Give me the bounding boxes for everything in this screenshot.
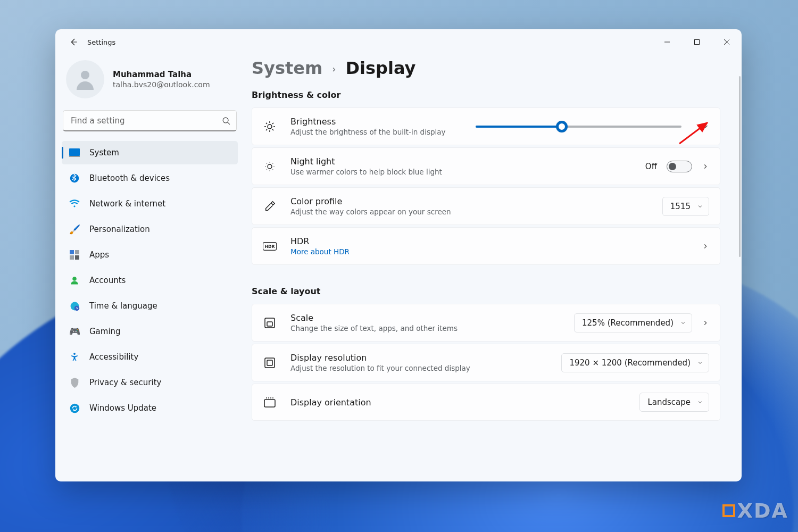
chevron-down-icon: [680, 320, 686, 326]
sidebar-item-label: Apps: [89, 250, 109, 260]
accessibility-icon: [69, 352, 80, 362]
sidebar-item-label: System: [89, 148, 119, 157]
sidebar-item-network[interactable]: Network & internet: [62, 192, 238, 215]
hdr-icon: HDR: [263, 239, 277, 253]
resolution-dropdown[interactable]: 1920 × 1200 (Recommended): [561, 353, 709, 372]
color-profile-card[interactable]: Color profile Adjust the way colors appe…: [252, 187, 720, 225]
close-button[interactable]: [712, 29, 742, 55]
brightness-icon: [263, 120, 277, 134]
hdr-more-link[interactable]: More about HDR: [290, 247, 350, 256]
section-heading-scale: Scale & layout: [252, 286, 720, 296]
maximize-button[interactable]: [682, 29, 712, 55]
back-button[interactable]: [63, 31, 84, 53]
hdr-card[interactable]: HDR HDR More about HDR: [252, 227, 720, 265]
sidebar-item-bluetooth[interactable]: Bluetooth & devices: [62, 167, 238, 190]
sidebar-item-gaming[interactable]: 🎮 Gaming: [62, 320, 238, 343]
svg-rect-4: [69, 156, 80, 157]
paintbrush-icon: 🖌️: [69, 224, 80, 235]
scale-dropdown[interactable]: 125% (Recommended): [574, 313, 692, 332]
watermark: XDA: [722, 499, 788, 522]
chline-right-icon: ›: [332, 63, 336, 74]
user-name: Muhammad Talha: [113, 70, 210, 79]
sidebar-item-label: Time & language: [89, 301, 157, 311]
sidebar-item-label: Accessibility: [89, 352, 138, 362]
color-profile-sub: Adjust the way colors appear on your scr…: [290, 207, 451, 216]
resolution-value: 1920 × 1200 (Recommended): [569, 358, 691, 368]
search-input[interactable]: [63, 110, 237, 131]
sidebar-item-label: Bluetooth & devices: [89, 173, 170, 183]
brightness-title: Brightness: [290, 117, 446, 127]
sidebar-item-system[interactable]: System: [62, 141, 238, 164]
brightness-slider[interactable]: [476, 126, 681, 128]
night-light-title: Night light: [290, 156, 442, 167]
chevron-down-icon: [702, 123, 709, 130]
svg-point-1: [81, 71, 89, 79]
night-light-card[interactable]: Night light Use warmer colors to help bl…: [252, 147, 720, 185]
sidebar-item-windows-update[interactable]: Windows Update: [62, 396, 238, 420]
sidebar-item-label: Windows Update: [89, 403, 156, 413]
color-profile-dropdown[interactable]: 1515: [662, 197, 709, 216]
resolution-card[interactable]: Display resolution Adjust the resolution…: [252, 344, 720, 381]
eyedropper-icon: [263, 200, 277, 213]
scale-icon: [263, 316, 277, 330]
orientation-card[interactable]: Display orientation Landscape: [252, 384, 720, 421]
sidebar-item-accounts[interactable]: Accounts: [62, 269, 238, 292]
user-block[interactable]: Muhammad Talha talha.bvs20@outlook.com: [62, 55, 238, 110]
search-field-wrap: [63, 110, 237, 131]
svg-point-16: [268, 164, 272, 169]
brightness-card[interactable]: Brightness Adjust the brightness of the …: [252, 107, 720, 145]
watermark-logo-icon: [722, 504, 735, 517]
svg-point-14: [70, 403, 79, 412]
windows-update-icon: [69, 403, 80, 413]
minimize-button[interactable]: [652, 29, 682, 55]
window-controls: [652, 29, 742, 55]
scale-value: 125% (Recommended): [582, 318, 674, 328]
sidebar-item-label: Privacy & security: [89, 378, 161, 387]
chevron-down-icon: [697, 399, 703, 405]
chevron-right-icon: [702, 163, 709, 170]
svg-rect-8: [70, 255, 74, 260]
brightness-sub: Adjust the brightness of the built-in di…: [290, 128, 446, 136]
scale-title: Scale: [290, 313, 458, 323]
maximize-icon: [694, 39, 700, 45]
chevron-right-icon: [702, 319, 709, 327]
chevron-down-icon: [697, 203, 703, 210]
orientation-icon: [263, 395, 277, 409]
gaming-icon: 🎮: [69, 326, 80, 337]
sidebar-item-accessibility[interactable]: Accessibility: [62, 345, 238, 369]
sidebar-item-privacy[interactable]: Privacy & security: [62, 371, 238, 394]
sidebar-item-personalization[interactable]: 🖌️ Personalization: [62, 218, 238, 241]
svg-rect-0: [695, 40, 700, 45]
night-light-icon: [263, 160, 277, 173]
scrollbar-thumb[interactable]: [739, 76, 741, 257]
user-email: talha.bvs20@outlook.com: [113, 80, 210, 89]
night-light-state-label: Off: [645, 162, 657, 171]
breadcrumb: System › Display: [252, 58, 720, 78]
sidebar-item-time-language[interactable]: Time & language: [62, 294, 238, 318]
breadcrumb-parent[interactable]: System: [252, 58, 322, 78]
orientation-dropdown[interactable]: Landscape: [639, 393, 709, 412]
search-button[interactable]: [220, 114, 232, 127]
back-arrow-icon: [69, 37, 78, 47]
svg-point-5: [70, 174, 79, 183]
scale-card[interactable]: Scale Change the size of text, apps, and…: [252, 304, 720, 342]
bluetooth-icon: [69, 173, 80, 184]
night-light-toggle[interactable]: [667, 161, 692, 172]
hdr-title: HDR: [290, 236, 350, 246]
sidebar: Muhammad Talha talha.bvs20@outlook.com S…: [55, 55, 244, 481]
slider-thumb[interactable]: [556, 121, 568, 132]
avatar-placeholder-icon: [72, 66, 98, 92]
titlebar: Settings: [55, 29, 742, 55]
resolution-title: Display resolution: [290, 353, 470, 363]
orientation-title: Display orientation: [290, 397, 371, 408]
svg-rect-3: [69, 148, 80, 156]
svg-rect-20: [267, 322, 272, 326]
color-profile-title: Color profile: [290, 196, 451, 206]
orientation-value: Landscape: [647, 397, 691, 407]
svg-point-15: [268, 124, 272, 129]
search-icon: [222, 117, 231, 126]
sidebar-item-apps[interactable]: Apps: [62, 243, 238, 267]
window-title: Settings: [87, 38, 115, 46]
page-title: Display: [346, 58, 416, 78]
svg-point-10: [72, 277, 77, 281]
